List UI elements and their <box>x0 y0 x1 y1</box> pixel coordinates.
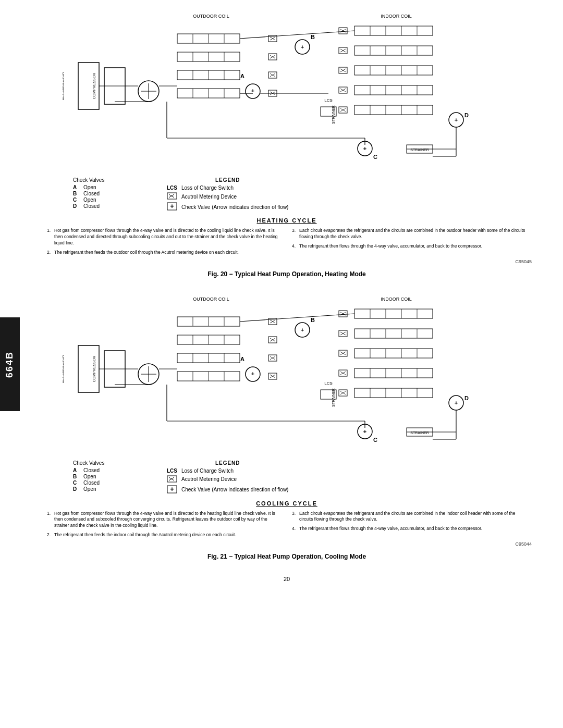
figure21-note2: 2. The refrigerant then feeds the indoor… <box>47 532 282 538</box>
fig21-valve-D-label: D <box>464 395 469 401</box>
svg-rect-0 <box>167 193 177 199</box>
fig20-indoor-tube5 <box>354 105 433 115</box>
fig21-indoor-coil-label: INDOOR COIL <box>381 297 412 302</box>
figure21-metering-svg <box>167 475 177 483</box>
figure20-note4: 4. The refrigerant then flows through th… <box>292 243 527 250</box>
fig21-indoor-tube2 <box>354 329 433 338</box>
figure20-note2-num: 2. <box>47 250 52 256</box>
figure20-valve-A-row: A Open <box>73 184 146 190</box>
figure20-notes: 1. Hot gas from compressor flows through… <box>47 228 527 259</box>
fig21-indoor-tube1 <box>354 309 433 318</box>
figure20-metering-icon <box>167 192 177 201</box>
sidebar-label: 664B <box>0 317 20 411</box>
figure21-note3-text: Each circuit evaporates the refrigerant … <box>299 511 527 523</box>
figure20-legend-title: LEGEND <box>167 177 288 183</box>
fig20-accumulator-box <box>78 63 99 109</box>
fig20-valve-A-label: A <box>240 73 244 79</box>
figure20-note1-text: Hot gas from compressor flows through th… <box>54 228 282 246</box>
figure21-notes-col2: 3. Each circuit evaporates the refrigera… <box>292 511 527 542</box>
fig20-valve-A-symbol: + <box>251 88 254 94</box>
figure20-note4-num: 4. <box>292 243 297 250</box>
svg-text:+: + <box>170 486 174 493</box>
figure21-lcs-desc: Loss of Charge Switch <box>181 468 234 474</box>
fig20-valve-C-label: C <box>373 154 377 160</box>
fig21-valve-B-label: B <box>311 317 315 323</box>
figure20-metering-svg <box>167 192 177 200</box>
figure21-legend-title: LEGEND <box>167 460 288 466</box>
figure21-valve-D-value: Open <box>83 486 96 492</box>
figure20-valve-A-value: Open <box>83 184 96 190</box>
fig20-valve-B-symbol: + <box>301 44 304 50</box>
figure21-valve-B-row: B Open <box>73 474 146 479</box>
figure21-note2-num: 2. <box>47 532 52 538</box>
figure21-notes-col1: 1. Hot gas from compressor flows through… <box>47 511 282 542</box>
figure21-legend-checkvalve: + Check Valve (Arrow indicates direction… <box>167 485 288 495</box>
fig20-indoor-tube4 <box>354 85 433 95</box>
figure21-valve-B-value: Open <box>83 474 96 479</box>
figure20-svg: OUTDOOR COIL INDOOR COIL ACCUMULATOR COM… <box>63 10 511 172</box>
figure21-checkvalve-desc: Check Valve (Arrow indicates direction o… <box>181 487 288 492</box>
figure20-check-valves: Check Valves A Open B Closed C Open D Cl… <box>73 177 146 209</box>
figure21-note1-text: Hot gas from compressor flows through th… <box>54 511 282 529</box>
fig21-accumulator-text: ACCUMULATOR <box>63 355 65 382</box>
figure21-caption: Fig. 21 − Typical Heat Pump Operation, C… <box>42 553 532 560</box>
figure21-note1-num: 1. <box>47 511 52 529</box>
figure20-valve-B-value: Closed <box>83 191 100 196</box>
figure20-valve-B-label: B <box>73 191 79 196</box>
figure20-valve-A-label: A <box>73 184 79 190</box>
fig21-strainer-right-label: STRAINER <box>410 431 429 435</box>
figure20-valve-D-label: D <box>73 203 79 209</box>
fig21-accumulator-box <box>78 346 99 392</box>
fig20-indoor-coil-label: INDOOR COIL <box>381 14 412 19</box>
figure21-valve-C-row: C Closed <box>73 480 146 486</box>
fig21-valve-A-label: A <box>240 356 244 362</box>
figure20-valve-B-row: B Closed <box>73 191 146 196</box>
figure20-lcs-label-text: LCS <box>167 185 177 191</box>
figure20-metering-desc: Acutrol Metering Device <box>181 194 237 200</box>
svg-text:+: + <box>170 203 174 210</box>
figure20-legend-checkvalve: + Check Valve (Arrow indicates direction… <box>167 202 288 212</box>
fig20-conn-outdoor-indoor-top <box>240 31 354 39</box>
figure21-note4-text: The refrigerant then flows through the 4… <box>299 526 482 532</box>
figure21-diagram: OUTDOOR COIL INDOOR COIL ACCUMULATOR COM… <box>42 293 532 455</box>
figure20-part-ref: C95045 <box>42 259 532 264</box>
figure21-checkvalve-svg: + <box>167 485 177 493</box>
fig20-valve-D-label: D <box>464 112 469 118</box>
figure20-legend-lcs: LCS Loss of Charge Switch <box>167 185 288 191</box>
fig20-valve-D-symbol: + <box>455 117 458 123</box>
figure20-valve-C-label: C <box>73 197 79 203</box>
figure20-valve-D-row: D Closed <box>73 203 146 209</box>
figure21-section: OUTDOOR COIL INDOOR COIL ACCUMULATOR COM… <box>42 293 532 561</box>
figure20-section-heading: HEATING CYCLE <box>42 217 532 224</box>
page-number: 20 <box>42 576 532 582</box>
figure20-notes-col1: 1. Hot gas from compressor flows through… <box>47 228 282 259</box>
figure21-svg: OUTDOOR COIL INDOOR COIL ACCUMULATOR COM… <box>63 293 511 455</box>
figure21-section-heading: COOLING CYCLE <box>42 500 532 507</box>
fig21-valve-C-label: C <box>373 437 377 443</box>
figure20-checkvalve-icon: + <box>167 202 177 212</box>
figure21-metering-desc: Acutrol Metering Device <box>181 476 237 482</box>
fig20-indoor-tube2 <box>354 46 433 55</box>
figure20-valve-D-value: Closed <box>83 203 100 209</box>
figure21-part-ref: C95044 <box>42 541 532 547</box>
page-container: 664B OUTDOOR COIL INDOOR COIL ACCUMULATO… <box>0 0 563 728</box>
figure21-valve-A-label: A <box>73 467 79 473</box>
fig20-outdoor-coil-label: OUTDOOR COIL <box>193 14 229 19</box>
figure21-check-valves-title: Check Valves <box>73 460 146 466</box>
figure20-notes-col2: 3. Each circuit evaporates the refrigera… <box>292 228 527 259</box>
fig21-lcs-label: LCS <box>324 381 333 386</box>
figure20-note3: 3. Each circuit evaporates the refrigera… <box>292 228 527 240</box>
figure20-note4-text: The refrigerant then flows through the 4… <box>299 243 482 250</box>
fig20-indoor-tube1 <box>354 26 433 35</box>
figure21-legend-lcs: LCS Loss of Charge Switch <box>167 468 288 474</box>
fig20-valve-C-symbol: + <box>363 145 366 152</box>
fig21-indoor-tube4 <box>354 368 433 378</box>
figure20-note2: 2. The refrigerant then feeds the outdoo… <box>47 250 282 256</box>
figure20-valve-C-value: Open <box>83 197 96 203</box>
figure20-note3-num: 3. <box>292 228 297 240</box>
figure20-diagram: OUTDOOR COIL INDOOR COIL ACCUMULATOR COM… <box>42 10 532 172</box>
fig20-lcs-label: LCS <box>324 98 333 103</box>
figure20-section: OUTDOOR COIL INDOOR COIL ACCUMULATOR COM… <box>42 10 532 278</box>
figure21-valve-D-row: D Open <box>73 486 146 492</box>
figure21-notes: 1. Hot gas from compressor flows through… <box>47 511 527 542</box>
